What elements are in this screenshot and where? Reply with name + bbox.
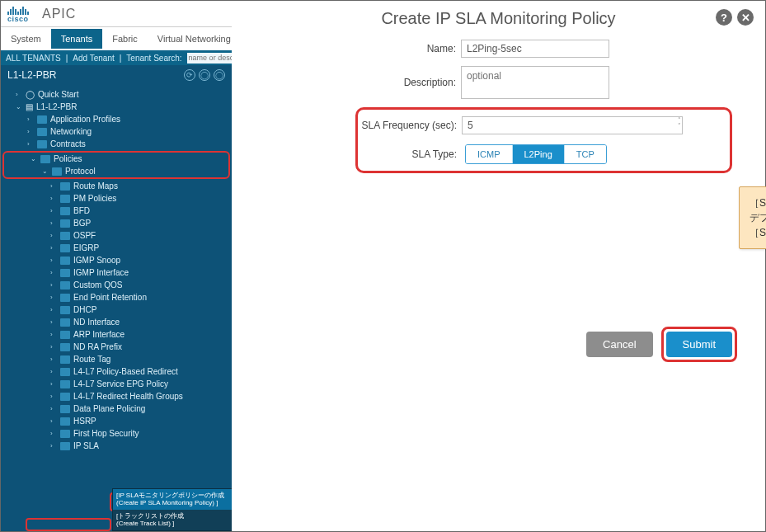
close-icon[interactable]: ✕ (737, 9, 754, 26)
callout-line: ［SLA頻度（SLA Frequency）］： (750, 195, 766, 210)
tab-fabric[interactable]: Fabric (102, 29, 148, 49)
highlight-submit: Submit (661, 327, 737, 362)
spinner-up-icon[interactable]: ˄ (678, 117, 681, 123)
submit-button[interactable]: Submit (666, 332, 732, 357)
tree-item[interactable]: › ARP Interface (1, 328, 232, 341)
sla-type-label: SLA Type: (358, 148, 462, 160)
ctx-create-track-list[interactable]: [トラックリストの作成 (Create Track List) ] (113, 510, 232, 530)
tree-ip-sla[interactable]: › IP SLA (1, 440, 232, 452)
sidebar-action-icon[interactable]: ◯ (199, 69, 210, 81)
highlight-ip-sla (26, 518, 111, 531)
tree-item[interactable]: › ND Interface (1, 316, 232, 328)
sla-type-icmp[interactable]: ICMP (466, 145, 513, 163)
sidebar: L1-L2-PBR ⟳ ◯ ◯ ›◯ Quick Start ⌄▤ L1-L2-… (1, 65, 232, 531)
callout-line: ［SLAタイプ（SLA Type）］：［L2Ping］ (750, 225, 766, 240)
tree-item[interactable]: › HSRP (1, 415, 232, 427)
tree-item[interactable]: › ND RA Prefix (1, 341, 232, 353)
tree-item[interactable]: › IGMP Snoop (1, 254, 232, 266)
sidebar-title: L1-L2-PBR (7, 69, 56, 81)
tree-item[interactable]: › BGP (1, 217, 232, 229)
all-tenants-link[interactable]: ALL TENANTS (6, 54, 61, 63)
apic-label: APIC (42, 7, 76, 21)
tree-quick-start[interactable]: ›◯ Quick Start (1, 88, 232, 101)
tree-item[interactable]: › EIGRP (1, 242, 232, 254)
modal-footer: Cancel Submit (586, 327, 737, 362)
tree-item[interactable]: › OSPF (1, 229, 232, 242)
sla-type-l2ping[interactable]: L2Ping (513, 145, 565, 163)
tree-networking[interactable]: › Networking (1, 125, 232, 138)
tab-virtual-networking[interactable]: Virtual Networking (148, 29, 241, 49)
tree-item[interactable]: › Route Tag (1, 353, 232, 365)
tenant-search-label: Tenant Search: (126, 54, 181, 63)
callout-line: デフォルトは 60 秒 (750, 210, 766, 225)
tree-item[interactable]: › Custom QOS (1, 279, 232, 291)
tree-item[interactable]: › Data Plane Policing (1, 403, 232, 415)
tree-item[interactable]: › Route Maps (1, 180, 232, 192)
tab-tenants[interactable]: Tenants (51, 29, 103, 49)
highlight-sla-settings: SLA Frequency (sec): ˄ ˅ SLA Type: ICMP … (355, 107, 732, 173)
sla-frequency-label: SLA Frequency (sec): (358, 120, 462, 131)
sla-frequency-input[interactable] (462, 116, 683, 134)
tree-contracts[interactable]: › Contracts (1, 138, 232, 150)
cisco-text: cisco (7, 15, 29, 23)
tree-item[interactable]: › L4-L7 Policy-Based Redirect (1, 365, 232, 378)
nav-tree: ›◯ Quick Start ⌄▤ L1-L2-PBR › Applicatio… (1, 85, 232, 455)
context-menu: [IP SLAモニタリングポリシーの作成 (Create IP SLA Moni… (112, 488, 232, 531)
tree-item[interactable]: › BFD (1, 205, 232, 217)
tree-app-profiles[interactable]: › Application Profiles (1, 113, 232, 125)
description-label: Description: (232, 77, 461, 88)
tree-item[interactable]: › L4-L7 Service EPG Policy (1, 378, 232, 390)
sla-type-tcp[interactable]: TCP (565, 145, 606, 163)
add-tenant-link[interactable]: Add Tenant (73, 54, 114, 63)
ctx-create-ip-sla-policy[interactable]: [IP SLAモニタリングポリシーの作成 (Create IP SLA Moni… (113, 489, 232, 510)
sla-type-segmented: ICMP L2Ping TCP (465, 144, 607, 164)
name-label: Name: (232, 43, 461, 54)
tree-item[interactable]: › DHCP (1, 304, 232, 316)
cisco-logo: cisco (7, 5, 29, 23)
tree-item[interactable]: › IGMP Interface (1, 266, 232, 279)
tree-root-tenant[interactable]: ⌄▤ L1-L2-PBR (1, 101, 232, 113)
tree-item[interactable]: › End Point Retention (1, 291, 232, 304)
tree-item[interactable]: › L4-L7 Redirect Health Groups (1, 390, 232, 403)
help-icon[interactable]: ? (716, 9, 732, 26)
annotation-callout: ［SLA頻度（SLA Frequency）］： デフォルトは 60 秒 ［SLA… (739, 186, 766, 249)
tree-item[interactable]: › First Hop Security (1, 427, 232, 440)
sidebar-action-icon[interactable]: ⟳ (184, 69, 195, 81)
spinner-down-icon[interactable]: ˅ (678, 123, 681, 129)
modal-panel: Create IP SLA Monitoring Policy ? ✕ Name… (232, 1, 765, 531)
tree-policies[interactable]: ⌄ Policies (4, 153, 228, 165)
tree-item[interactable]: › PM Policies (1, 192, 232, 205)
cancel-button[interactable]: Cancel (586, 332, 652, 357)
tab-system[interactable]: System (1, 29, 51, 49)
sidebar-action-icon[interactable]: ◯ (214, 69, 225, 81)
modal-title: Create IP SLA Monitoring Policy (232, 9, 765, 28)
description-input[interactable] (461, 66, 609, 99)
tree-protocol[interactable]: ⌄ Protocol (4, 165, 228, 177)
name-input[interactable] (461, 40, 609, 58)
